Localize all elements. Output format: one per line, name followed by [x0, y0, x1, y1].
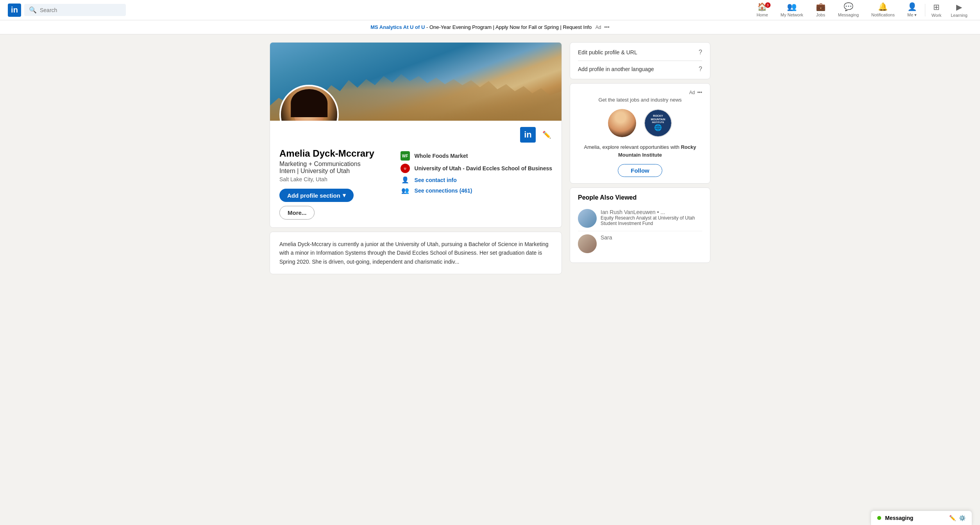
messaging-label: Messaging: [885, 515, 913, 521]
edit-profile-url-label: Edit public profile & URL: [578, 49, 637, 55]
sidebar-divider: [578, 61, 702, 61]
nav-notifications[interactable]: 🔔 Notifications: [865, 0, 901, 20]
nav-divider: [925, 4, 925, 16]
ad-card-desc: Amelia, explore relevant opportunities w…: [578, 143, 702, 159]
profile-title: Marketing + Communications Intern | Univ…: [279, 161, 377, 175]
contact-info-link[interactable]: See contact info: [415, 177, 457, 183]
connections-row[interactable]: 👥 See connections (461): [401, 187, 552, 194]
learning-icon: ▶: [956, 2, 962, 12]
sidebar-profile-links-card: Edit public profile & URL ? Add profile …: [570, 42, 710, 79]
ad-card-subtitle: Get the latest jobs and industry news: [578, 97, 702, 103]
page-layout: in ✏️ Amelia Dyck-Mccrary Marketing + Co…: [270, 34, 710, 282]
pav-info-2: Sara: [601, 234, 702, 241]
add-language-label: Add profile in another language: [578, 66, 654, 72]
nav-my-network[interactable]: 👥 My Network: [774, 0, 810, 20]
ad-card-label: Ad: [689, 90, 695, 95]
add-section-label: Add profile section: [287, 192, 340, 199]
nav-messaging[interactable]: 💬 Messaging: [832, 0, 865, 20]
messaging-bar-icons: ✏️ ⚙️: [949, 515, 966, 521]
edit-pencil-icon[interactable]: ✏️: [540, 128, 554, 142]
search-icon: 🔍: [29, 6, 37, 14]
pav-avatar-1: [578, 209, 597, 228]
follow-button[interactable]: Follow: [618, 164, 662, 177]
messaging-active-dot: [877, 516, 881, 520]
edit-profile-url-link[interactable]: Edit public profile & URL ?: [578, 49, 702, 56]
nav-me-label: Me ▾: [907, 12, 917, 18]
uu-logo: U: [401, 164, 410, 173]
pav-item-1[interactable]: Ian Rush VanLeeuwen • ... Equity Researc…: [578, 206, 702, 231]
messaging-icon: 💬: [844, 2, 853, 11]
compose-message-icon[interactable]: ✏️: [949, 515, 956, 521]
ad-more-icon[interactable]: •••: [604, 24, 610, 30]
nav-work-label: Work: [932, 13, 941, 18]
bio-text: Amelia Dyck-Mccrary is currently a junio…: [279, 240, 552, 266]
linkedin-logo[interactable]: in: [8, 4, 21, 17]
nav-my-network-label: My Network: [781, 12, 803, 17]
search-bar[interactable]: 🔍: [24, 4, 126, 16]
messaging-settings-icon[interactable]: ⚙️: [959, 515, 966, 521]
pav-name-1: Ian Rush VanLeeuwen • ...: [601, 209, 702, 215]
add-profile-section-button[interactable]: Add profile section ▾: [279, 189, 354, 202]
people-also-viewed-card: People Also Viewed Ian Rush VanLeeuwen •…: [570, 188, 710, 263]
question-icon-2: ?: [699, 66, 702, 73]
nav-jobs[interactable]: 💼 Jobs: [810, 0, 832, 20]
employer-row: WF Whole Foods Market: [401, 151, 552, 161]
navbar: in 🔍 🏠 Home 3 👥 My Network 💼 Jobs 💬 Mess…: [0, 0, 980, 20]
dropdown-arrow-icon: ▾: [343, 192, 346, 199]
right-column: Edit public profile & URL ? Add profile …: [570, 42, 710, 263]
search-input[interactable]: [40, 7, 121, 13]
pav-name-2: Sara: [601, 234, 702, 241]
nav-home[interactable]: 🏠 Home 3: [750, 0, 774, 20]
profile-meta-col: WF Whole Foods Market U University of Ut…: [401, 148, 552, 220]
ad-card-header: Ad •••: [578, 90, 702, 95]
bio-card: Amelia Dyck-Mccrary is currently a junio…: [270, 232, 562, 274]
education-row: U University of Utah - David Eccles Scho…: [401, 164, 552, 173]
profile-body-left: Amelia Dyck-Mccrary Marketing + Communic…: [279, 148, 552, 220]
ad-company-logo: ROCKY MOUNTAIN INSTITUTE 🌐: [644, 109, 672, 137]
education-name: University of Utah - David Eccles School…: [415, 165, 552, 171]
nav-home-label: Home: [756, 12, 768, 17]
nav-work[interactable]: ⊞ Work: [927, 0, 946, 20]
home-badge: 3: [765, 2, 771, 8]
profile-card: in ✏️ Amelia Dyck-Mccrary Marketing + Co…: [270, 42, 562, 228]
contact-row[interactable]: 👤 See contact info: [401, 176, 552, 184]
linkedin-badge-icon[interactable]: in: [520, 127, 536, 143]
profile-name: Amelia Dyck-Mccrary: [279, 148, 377, 159]
contact-icon: 👤: [401, 176, 410, 184]
profile-location: Salt Lake City, Utah: [279, 176, 377, 182]
ad-person-avatar: [608, 109, 636, 137]
ad-banner-link[interactable]: MS Analytics At U of U: [370, 24, 425, 30]
me-avatar-icon: 👤: [907, 2, 917, 11]
cover-photo[interactable]: [270, 43, 562, 121]
notifications-icon: 🔔: [878, 2, 888, 11]
question-icon: ?: [699, 49, 702, 56]
nav-notifications-label: Notifications: [871, 12, 895, 17]
ad-banner-body: - One-Year Evening Program | Apply Now f…: [426, 24, 592, 30]
whole-foods-logo: WF: [401, 151, 410, 161]
work-grid-icon: ⊞: [933, 2, 940, 12]
ad-card-more-icon[interactable]: •••: [697, 90, 702, 95]
connections-link[interactable]: See connections (461): [415, 188, 472, 194]
profile-info-area: in ✏️ Amelia Dyck-Mccrary Marketing + Co…: [270, 121, 562, 227]
nav-items: 🏠 Home 3 👥 My Network 💼 Jobs 💬 Messaging…: [750, 0, 972, 20]
pav-item-2[interactable]: Sara: [578, 231, 702, 256]
nav-me[interactable]: 👤 Me ▾: [901, 0, 923, 20]
my-network-icon: 👥: [787, 2, 797, 11]
profile-info-col: Amelia Dyck-Mccrary Marketing + Communic…: [279, 148, 377, 220]
ad-label: Ad: [596, 25, 601, 30]
profile-avatar[interactable]: [279, 85, 339, 121]
nav-jobs-label: Jobs: [816, 12, 825, 17]
jobs-icon: 💼: [816, 2, 826, 11]
rmi-logo: ROCKY MOUNTAIN INSTITUTE 🌐: [645, 110, 671, 136]
nav-learning-label: Learning: [951, 13, 967, 18]
pav-title-1: Equity Research Analyst at University of…: [601, 215, 702, 226]
profile-photo-container: [279, 85, 339, 121]
nav-learning[interactable]: ▶ Learning: [946, 0, 972, 20]
left-column: in ✏️ Amelia Dyck-Mccrary Marketing + Co…: [270, 42, 562, 274]
messaging-bar[interactable]: Messaging ✏️ ⚙️: [871, 511, 972, 525]
pav-avatar-2: [578, 234, 597, 253]
profile-meta-list: WF Whole Foods Market U University of Ut…: [401, 151, 552, 194]
more-button[interactable]: More...: [279, 206, 315, 220]
ad-banner: MS Analytics At U of U - One-Year Evenin…: [0, 20, 980, 34]
add-language-link[interactable]: Add profile in another language ?: [578, 66, 702, 73]
